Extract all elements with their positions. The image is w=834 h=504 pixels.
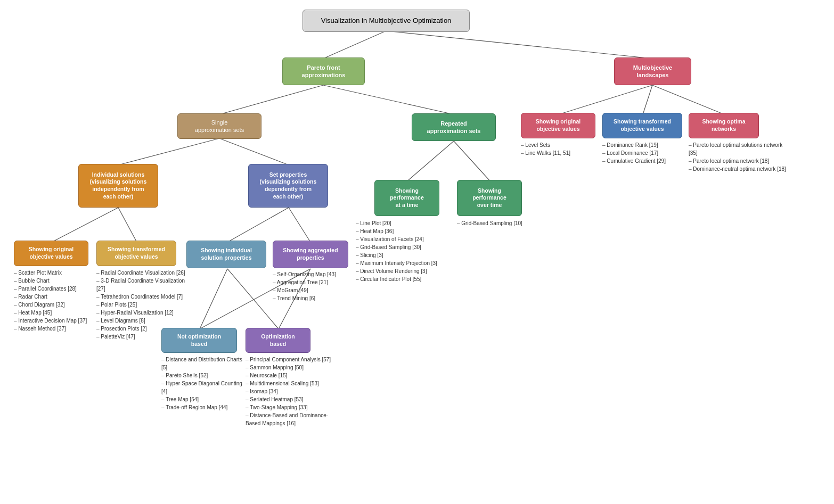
multiobj-node: Multiobjective landscapes: [614, 57, 691, 85]
not-opt-list: Distance and Distribution Charts [5]Pare…: [161, 356, 249, 411]
perf-over-time-label: Showing performance over time: [472, 187, 506, 209]
list-item: Seriated Heatmap [53]: [246, 395, 341, 403]
individual-label: Individual solutions (visualizing soluti…: [90, 171, 147, 201]
show-orig-pink-node: Showing original objective values: [521, 113, 595, 138]
show-trans-blue-list: Dominance Rank [19]Local Dominance [17]C…: [602, 141, 690, 165]
list-item: Parallel Coordinates [28]: [14, 285, 102, 293]
list-item: Heat Map [45]: [14, 309, 102, 317]
list-item: Visualization of Facets [24]: [356, 235, 457, 243]
opt-based-list: Principal Component Analysis [57]Sammon …: [246, 356, 341, 427]
svg-line-6: [52, 208, 118, 242]
list-item: Isomap [34]: [246, 387, 341, 395]
show-trans-orange-list: Radial Coordinate Visualization [26]3-D …: [96, 269, 186, 341]
show-trans-blue-label: Showing transformed objective values: [614, 118, 671, 133]
single-node: Single approximation sets: [177, 113, 261, 139]
opt-based-label: Optimization based: [261, 333, 295, 348]
show-trans-orange-node: Showing transformed objective values: [96, 241, 176, 266]
perf-at-time-list: Line Plot [20]Heat Map [36]Visualization…: [356, 219, 457, 283]
show-agg-node: Showing aggregated properties: [273, 241, 348, 268]
root-node: Visualization in Multiobjective Optimiza…: [302, 10, 470, 32]
list-item: Interactive Decision Map [37]: [14, 317, 102, 325]
perf-over-time-list: Grid-Based Sampling [10]: [457, 219, 558, 227]
list-item: Line Walks [11, 51]: [521, 149, 606, 157]
list-item: Circular Indicator Plot [55]: [356, 275, 457, 283]
diagram-container: Visualization in Multiobjective Optimiza…: [0, 0, 834, 504]
list-item: Direct Volume Rendering [3]: [356, 267, 457, 275]
list-item: Level Diagrams [8]: [96, 317, 186, 325]
list-item: Self-Organizing Map [43]: [273, 270, 361, 278]
set-props-node: Set properties (visualizing solutions de…: [248, 164, 328, 208]
svg-line-2: [219, 85, 323, 114]
list-item: Heat Map [36]: [356, 227, 457, 235]
individual-node: Individual solutions (visualizing soluti…: [78, 164, 158, 208]
list-item: Scatter Plot Matrix: [14, 269, 102, 277]
show-optima-list: Pareto local optimal solutions network […: [689, 141, 792, 173]
list-item: Level Sets: [521, 141, 606, 149]
svg-line-0: [323, 31, 386, 59]
svg-line-18: [652, 85, 724, 114]
svg-line-3: [323, 85, 454, 114]
svg-line-9: [289, 208, 310, 242]
list-item: Principal Component Analysis [57]: [246, 356, 341, 363]
list-item: Dominance Rank [19]: [602, 141, 690, 149]
multiobj-label: Multiobjective landscapes: [633, 64, 672, 79]
list-item: Two-Stage Mapping [33]: [246, 403, 341, 411]
list-item: Sammon Mapping [50]: [246, 363, 341, 371]
list-item: Slicing [3]: [356, 251, 457, 259]
svg-line-1: [386, 31, 652, 59]
svg-line-4: [118, 138, 219, 165]
set-props-label: Set properties (visualizing solutions de…: [260, 171, 317, 201]
show-agg-list: Self-Organizing Map [43]Aggregation Tree…: [273, 270, 361, 302]
svg-line-15: [454, 141, 490, 181]
list-item: Pareto Shells [52]: [161, 371, 249, 379]
show-trans-blue-node: Showing transformed objective values: [602, 113, 682, 138]
list-item: Aggregation Tree [21]: [273, 278, 361, 286]
list-item: Distance and Distribution Charts [5]: [161, 356, 249, 371]
root-label: Visualization in Multiobjective Optimiza…: [321, 16, 452, 26]
show-indiv-label: Showing individual solution properties: [201, 247, 252, 261]
list-item: Prosection Plots [2]: [96, 325, 186, 333]
list-item: Trend Mining [6]: [273, 294, 361, 302]
show-agg-label: Showing aggregated properties: [283, 247, 338, 261]
svg-line-7: [118, 208, 137, 242]
list-item: PaletteViz [47]: [96, 333, 186, 341]
list-item: Grid-Based Sampling [10]: [457, 219, 558, 227]
svg-line-17: [643, 85, 652, 114]
list-item: Nasseh Method [37]: [14, 325, 102, 333]
list-item: Hyper-Radial Visualization [12]: [96, 309, 186, 317]
show-optima-node: Showing optima networks: [689, 113, 759, 138]
show-optima-label: Showing optima networks: [702, 118, 745, 133]
list-item: Local Dominance [17]: [602, 149, 690, 157]
list-item: Line Plot [20]: [356, 219, 457, 227]
opt-based-node: Optimization based: [246, 328, 310, 353]
list-item: Bubble Chart: [14, 277, 102, 285]
list-item: Neuroscale [15]: [246, 371, 341, 379]
list-item: Multidimensional Scaling [53]: [246, 379, 341, 387]
show-orig-pink-list: Level SetsLine Walks [11, 51]: [521, 141, 606, 157]
list-item: Pareto local optimal solutions network […: [689, 141, 792, 157]
list-item: MoGram [49]: [273, 286, 361, 294]
list-item: Trade-off Region Map [44]: [161, 403, 249, 411]
list-item: Polar Plots [25]: [96, 301, 186, 309]
show-orig-orange-node: Showing original objective values: [14, 241, 88, 266]
list-item: Distance-Based and Dominance-Based Mappi…: [246, 411, 341, 427]
perf-at-time-label: Showing performance at a time: [390, 187, 424, 209]
list-item: Tree Map [54]: [161, 395, 249, 403]
show-orig-orange-label: Showing original objective values: [29, 246, 74, 260]
single-label: Single approximation sets: [195, 119, 244, 134]
svg-line-11: [227, 269, 279, 329]
svg-line-10: [200, 269, 227, 329]
pareto-node: Pareto front approximations: [282, 57, 365, 85]
pareto-label: Pareto front approximations: [302, 64, 346, 79]
show-orig-orange-list: Scatter Plot MatrixBubble ChartParallel …: [14, 269, 102, 333]
svg-line-5: [219, 138, 289, 165]
svg-line-14: [407, 141, 454, 181]
list-item: Dominance-neutral optima network [18]: [689, 165, 792, 173]
perf-at-time-node: Showing performance at a time: [374, 180, 439, 216]
list-item: Grid-Based Sampling [30]: [356, 243, 457, 251]
list-item: Chord Diagram [32]: [14, 301, 102, 309]
list-item: 3-D Radial Coordinate Visualization [27]: [96, 277, 186, 293]
list-item: Tetrahedron Coordinates Model [7]: [96, 293, 186, 301]
perf-over-time-node: Showing performance over time: [457, 180, 522, 216]
list-item: Radial Coordinate Visualization [26]: [96, 269, 186, 277]
